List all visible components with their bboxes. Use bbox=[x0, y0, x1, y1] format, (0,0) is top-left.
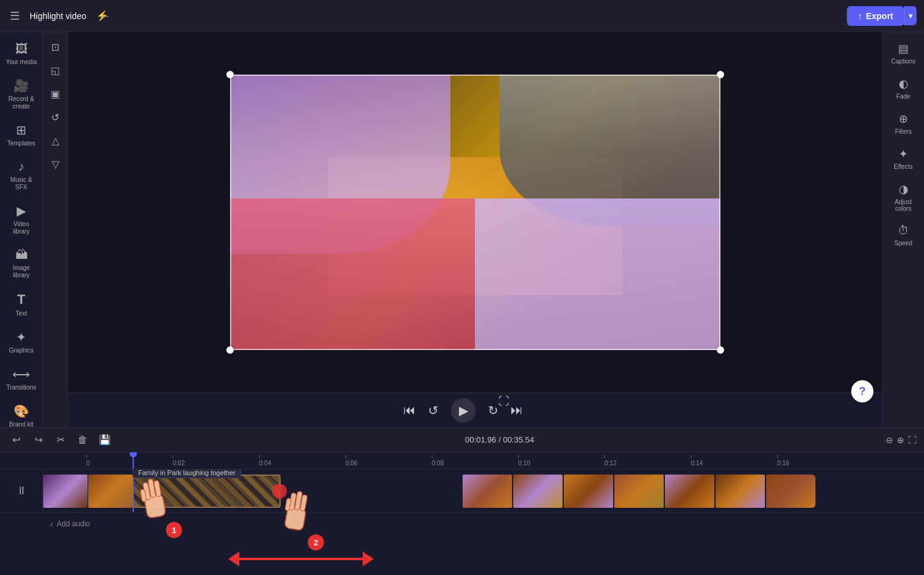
ruler-mark-2: 0:02 bbox=[173, 455, 259, 467]
timeline-ruler: 0 0:02 0:04 0:06 0:08 0:10 bbox=[0, 452, 924, 470]
crop-tool[interactable]: ⊡ bbox=[46, 37, 65, 57]
sidebar-item-label: Text bbox=[15, 310, 27, 317]
brand-kit-icon: 🎨 bbox=[14, 404, 29, 418]
main-layout: 🖼 Your media 🎥 Record & create ⊞ Templat… bbox=[0, 32, 924, 427]
redo-button[interactable]: ↪ bbox=[30, 431, 47, 449]
sidebar-item-label: Templates bbox=[7, 140, 36, 147]
skip-back-button[interactable]: ⏮ bbox=[403, 403, 416, 417]
right-sidebar: ▤ Captions ◐ Fade ⊕ Filters ✦ Effects ◑ … bbox=[882, 32, 924, 427]
video-library-icon: ▶ bbox=[17, 203, 26, 218]
video-preview-container: 16:9 bbox=[68, 32, 882, 393]
right-tool-effects[interactable]: ✦ Effects bbox=[885, 142, 923, 175]
adjust-icon: ◑ bbox=[899, 182, 909, 196]
timeline-toolbar: ↩ ↪ ✂ 🗑 💾 00:01.96 / 00:35.54 ⊖ ⊕ ⛶ bbox=[0, 428, 924, 452]
add-audio-button[interactable]: ♪ Add audio bbox=[0, 513, 924, 535]
ruler-mark-10: 0:10 bbox=[518, 455, 604, 467]
cloud-off-icon: ⚡̶ bbox=[96, 10, 109, 22]
clip-thumbnail bbox=[665, 475, 714, 508]
ruler-mark-14: 0:14 bbox=[691, 455, 777, 467]
clip-active[interactable] bbox=[133, 475, 281, 508]
right-tool-speed[interactable]: ⏱ Speed bbox=[885, 219, 923, 251]
graphics-icon: ✦ bbox=[16, 330, 27, 345]
media-icon: 🖼 bbox=[15, 42, 28, 56]
ruler-mark-16: 0:16 bbox=[777, 455, 864, 467]
right-tool-label: Captions bbox=[891, 58, 915, 65]
clip-start[interactable] bbox=[43, 475, 133, 508]
effects-icon: ✦ bbox=[899, 147, 908, 161]
zoom-out-button[interactable]: ⊖ bbox=[886, 435, 893, 445]
handle-top-left[interactable] bbox=[226, 71, 234, 78]
timeline-playhead[interactable] bbox=[133, 452, 134, 469]
badge-2: 2 bbox=[308, 534, 324, 550]
handle-top-right[interactable] bbox=[717, 71, 724, 78]
video-preview[interactable] bbox=[230, 75, 720, 350]
fullscreen-button[interactable]: ⛶ bbox=[498, 395, 509, 408]
clip-thumbnail bbox=[564, 475, 613, 508]
forward-button[interactable]: ↻ bbox=[488, 403, 498, 418]
canvas-area: 16:9 ⏮ ↺ ▶ ↻ ⏭ ⛶ bbox=[68, 32, 882, 427]
right-tool-fade[interactable]: ◐ Fade bbox=[885, 72, 923, 105]
menu-button[interactable]: ☰ bbox=[7, 7, 22, 25]
sidebar-item-your-media[interactable]: 🖼 Your media bbox=[2, 37, 41, 71]
project-title: Highlight video bbox=[30, 11, 86, 21]
music-note-icon: ♪ bbox=[49, 520, 53, 528]
undo-button[interactable]: ↩ bbox=[7, 431, 25, 449]
handle-bottom-left[interactable] bbox=[226, 346, 234, 354]
templates-icon: ⊞ bbox=[16, 123, 27, 137]
right-tool-captions[interactable]: ▤ Captions bbox=[885, 37, 923, 70]
clip-thumbnail bbox=[513, 475, 563, 508]
record-icon: 🎥 bbox=[14, 78, 29, 93]
sidebar-item-templates[interactable]: ⊞ Templates bbox=[2, 118, 41, 152]
monitor-tool[interactable]: ▣ bbox=[46, 84, 65, 104]
right-tool-label: Fade bbox=[896, 93, 910, 100]
clip-far[interactable] bbox=[463, 475, 924, 508]
fit-button[interactable]: ⛶ bbox=[908, 435, 917, 445]
sidebar-item-text[interactable]: T Text bbox=[2, 287, 41, 322]
right-tool-label: Speed bbox=[894, 240, 912, 247]
help-button[interactable]: ? bbox=[851, 380, 873, 402]
save-button[interactable]: 💾 bbox=[96, 431, 113, 449]
fade-icon: ◐ bbox=[899, 77, 909, 91]
export-dropdown-button[interactable]: ▾ bbox=[904, 6, 917, 25]
arrow-down-tool[interactable]: ▽ bbox=[46, 154, 65, 174]
sidebar-item-video-library[interactable]: ▶ Video library bbox=[2, 198, 41, 240]
add-audio-label: Add audio bbox=[57, 520, 90, 528]
sidebar-item-record[interactable]: 🎥 Record & create bbox=[2, 73, 41, 115]
sidebar-item-label: Brand kit bbox=[9, 421, 33, 427]
timeline-tracks: ⏸ Family in Park laughing together bbox=[0, 470, 924, 575]
sidebar-item-image-library[interactable]: 🏔 Image library bbox=[2, 243, 41, 284]
speed-icon: ⏱ bbox=[898, 224, 909, 237]
export-button[interactable]: ↑ Export bbox=[847, 6, 904, 26]
sidebar-item-label: Transitions bbox=[6, 384, 36, 391]
main-video-track: ⏸ Family in Park laughing together bbox=[0, 470, 924, 513]
sidebar-item-graphics[interactable]: ✦ Graphics bbox=[2, 325, 41, 359]
clip-thumbnail bbox=[716, 475, 765, 508]
drag-arrow-annotation bbox=[228, 552, 374, 566]
ruler-marks: 0 0:02 0:04 0:06 0:08 0:10 bbox=[86, 455, 881, 467]
video-frame bbox=[230, 75, 720, 350]
rotate-tool[interactable]: ↺ bbox=[46, 107, 65, 127]
rewind-button[interactable]: ↺ bbox=[428, 403, 439, 418]
cut-button[interactable]: ✂ bbox=[52, 431, 69, 449]
handle-bottom-right[interactable] bbox=[717, 346, 724, 354]
right-tool-filters[interactable]: ⊕ Filters bbox=[885, 107, 923, 140]
right-tool-adjust[interactable]: ◑ Adjust colors bbox=[885, 177, 923, 217]
timeline-area: ↩ ↪ ✂ 🗑 💾 00:01.96 / 00:35.54 ⊖ ⊕ ⛶ 0 0:… bbox=[0, 427, 924, 575]
resize-tool[interactable]: ◱ bbox=[46, 60, 65, 80]
sidebar-item-music[interactable]: ♪ Music & SFX bbox=[2, 155, 41, 196]
triangle-tool[interactable]: △ bbox=[46, 131, 65, 150]
left-sidebar: 🖼 Your media 🎥 Record & create ⊞ Templat… bbox=[0, 32, 43, 427]
skip-forward-button[interactable]: ⏭ bbox=[511, 403, 523, 417]
play-button[interactable]: ▶ bbox=[451, 398, 476, 423]
delete-button[interactable]: 🗑 bbox=[74, 431, 91, 449]
text-icon: T bbox=[17, 292, 25, 308]
track-content[interactable]: Family in Park laughing together bbox=[43, 470, 924, 512]
zoom-in-button[interactable]: ⊕ bbox=[897, 435, 904, 445]
sidebar-item-label: Image library bbox=[5, 264, 38, 279]
ruler-mark-12: 0:12 bbox=[604, 455, 691, 467]
tools-panel: ⊡ ◱ ▣ ↺ △ ▽ bbox=[43, 32, 68, 427]
sidebar-item-transitions[interactable]: ⟷ Transitions bbox=[2, 362, 41, 396]
topbar: ☰ Highlight video ⚡̶ ↑ Export ▾ bbox=[0, 0, 924, 32]
clip-thumbnail bbox=[614, 475, 664, 508]
sidebar-item-brand-kit[interactable]: 🎨 Brand kit bbox=[2, 399, 41, 427]
